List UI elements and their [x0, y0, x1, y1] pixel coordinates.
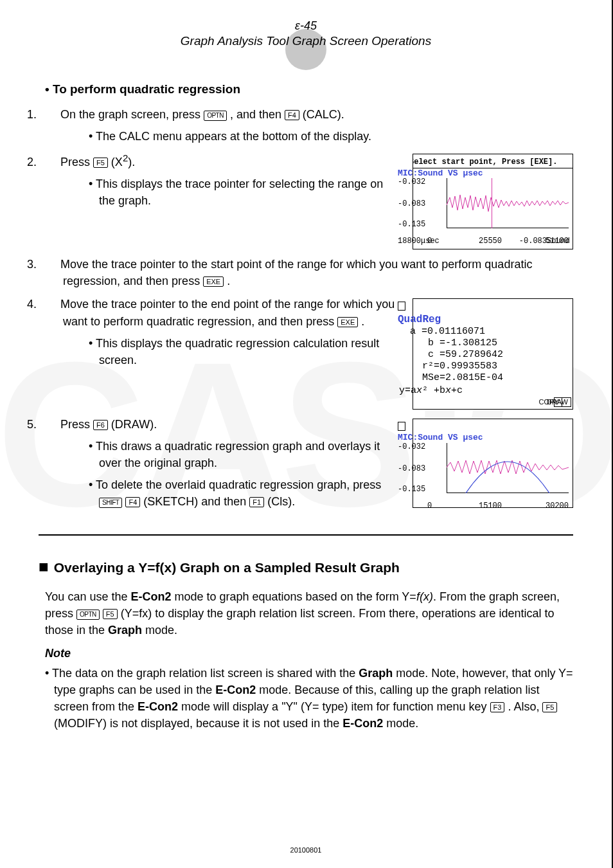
note-item: The data on the graph relation list scre…	[45, 665, 573, 732]
step-num: 3.	[45, 256, 60, 273]
xtick: 25550	[497, 237, 502, 246]
key-f5: F5	[103, 609, 118, 619]
section-title-quad-regression: • To perform quadratic regression	[45, 80, 573, 98]
step-1-sub: The CALC menu appears at the bottom of t…	[89, 128, 573, 145]
note-label: Note	[45, 645, 573, 662]
ytick: -0.135	[416, 485, 425, 494]
step-3: 3.Move the trace pointer to the start po…	[45, 256, 573, 289]
step-5-sub2: To delete the overlaid quadratic regress…	[89, 476, 401, 510]
step-4-sub: This displays the quadratic regression c…	[89, 335, 401, 368]
key-optn: OPTN	[76, 610, 100, 620]
lcd-topbar-text: Select start point, Press [EXE].	[413, 158, 557, 167]
key-f6: F6	[93, 420, 108, 430]
step-5-sub1: This draws a quadratic regression graph …	[89, 438, 401, 471]
waveform	[447, 178, 569, 228]
step-4: 4.Move the trace pointer to the end poin…	[45, 296, 573, 410]
doc-icon	[398, 422, 405, 431]
key-f5: F5	[542, 702, 557, 712]
key-f3: F3	[490, 702, 505, 712]
doc-icon	[398, 302, 405, 311]
text: (CALC).	[299, 108, 344, 121]
step-num: 2.	[45, 154, 60, 170]
waveform-overlay	[447, 443, 569, 493]
text: .	[224, 275, 230, 287]
notes-list: The data on the graph relation list scre…	[45, 665, 573, 732]
page-header: ε-45 Graph Analysis Tool Graph Screen Op…	[39, 19, 573, 48]
text: Move the trace pointer to the start poin…	[60, 258, 532, 287]
text: Press	[60, 418, 93, 431]
text: ).	[128, 156, 135, 168]
key-f5: F5	[93, 158, 108, 168]
xtick: 51100	[564, 237, 569, 246]
lcd-overlay-graph: MIC:Sound VS μsec -0.032 -0.083 -0.135	[413, 419, 573, 508]
lcd-mic-line: MIC:Sound VS μsec	[413, 168, 573, 179]
text: .	[358, 315, 364, 328]
overlay-paragraph: You can use the E-Con2 mode to graph equ…	[45, 588, 573, 638]
text: , and then	[227, 108, 285, 121]
key-shift: SHIFT	[99, 498, 122, 508]
step-num: 5.	[45, 416, 60, 433]
lcd-plot: -0.032 -0.083 -0.135 0 25550 511	[416, 178, 570, 228]
step-5: 5.Press F6 (DRAW). This draws a quadrati…	[45, 416, 573, 515]
step-num: 4.	[45, 296, 60, 312]
quadreg-values: a =0.01116071 b =-1.308125 c =59.2789642…	[413, 326, 573, 385]
key-f1: F1	[249, 497, 264, 507]
xtick: 15100	[497, 502, 502, 511]
section-divider	[39, 534, 573, 536]
key-exe: EXE	[203, 276, 224, 287]
ytick: -0.083	[416, 200, 425, 209]
step-num: 1.	[45, 106, 60, 123]
lcd-plot: -0.032 -0.083 -0.135 0 15100 3	[416, 443, 570, 493]
text: Press	[60, 156, 93, 168]
step-2-sub: This displays the trace pointer for sele…	[89, 176, 401, 209]
ytick: -0.032	[416, 178, 425, 187]
text: (DRAW).	[108, 418, 157, 431]
steps-list: 1.On the graph screen, press OPTN , and …	[45, 106, 573, 516]
text: On the graph screen, press	[60, 108, 204, 121]
key-f4: F4	[285, 110, 299, 120]
step-2: 2.Press F5 (X2). This displays the trace…	[45, 151, 573, 250]
ytick: -0.083	[416, 465, 425, 474]
lcd-draw-button[interactable]: DRAW	[562, 397, 571, 407]
xtick: 30200	[564, 502, 569, 511]
ytick: -0.135	[416, 221, 425, 230]
key-exe: EXE	[337, 317, 358, 327]
section-title-overlay: ■Overlaying a Y=f(x) Graph on a Sampled …	[39, 555, 573, 579]
step-1: 1.On the graph screen, press OPTN , and …	[45, 106, 573, 145]
block-icon: ■	[39, 557, 49, 576]
lcd-mic-line: MIC:Sound VS μsec	[413, 433, 573, 443]
footer-date: 20100801	[0, 846, 612, 854]
text: (X	[108, 156, 123, 168]
page-number: ε-45	[39, 19, 573, 33]
key-optn: OPTN	[204, 111, 227, 121]
key-f4: F4	[125, 497, 140, 507]
quadreg-title: QuadReg	[413, 312, 573, 325]
ytick: -0.032	[416, 443, 425, 452]
lcd-quadreg-result: QuadReg a =0.01116071 b =-1.308125 c =59…	[413, 298, 573, 410]
lcd-select-start-point: Select start point, Press [EXE]. MIC:Sou…	[413, 154, 573, 250]
chapter-title: Graph Analysis Tool Graph Screen Operati…	[39, 34, 573, 48]
quadreg-equation: y=ax² +bx+c	[413, 385, 573, 397]
superscript: 2	[123, 152, 128, 163]
